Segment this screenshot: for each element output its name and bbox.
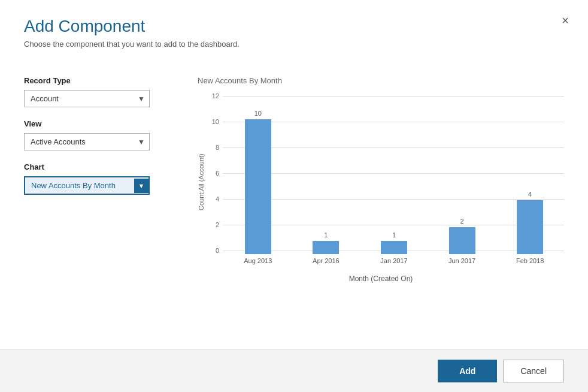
- bar-value-label: 4: [528, 191, 532, 198]
- view-label: View: [24, 119, 174, 128]
- view-field: View Active Accounts All Accounts My Acc…: [24, 119, 174, 150]
- chart-area: Count:All (Account) 12 10 8 6 4 2 0: [198, 92, 564, 272]
- y-tick-label: 12: [207, 92, 219, 99]
- x-label-group: Jun 2017: [428, 254, 496, 272]
- y-tick-label: 0: [207, 247, 219, 254]
- bars-area: 101124: [224, 92, 564, 254]
- view-select-wrapper[interactable]: Active Accounts All Accounts My Accounts…: [24, 133, 150, 150]
- y-axis-label: Count:All (Account): [198, 92, 205, 272]
- y-tick-label: 6: [207, 170, 219, 177]
- x-label: Jan 2017: [380, 257, 407, 265]
- x-axis-labels: Aug 2013Apr 2016Jan 2017Jun 2017Feb 2018: [224, 254, 564, 272]
- chart-field: Chart New Accounts By Month ▼: [24, 162, 174, 195]
- chart-chevron-icon: ▼: [134, 179, 148, 193]
- dialog-title: Add Component: [24, 17, 564, 36]
- chart-inner: 12 10 8 6 4 2 0 101124 Aug 2013Apr 201: [207, 92, 564, 272]
- view-select[interactable]: Active Accounts All Accounts My Accounts: [24, 133, 150, 150]
- bar: [245, 119, 271, 254]
- record-type-select[interactable]: Account Contact Lead Opportunity: [24, 90, 150, 107]
- bar-group: 1: [292, 92, 360, 254]
- y-tick-label: 4: [207, 195, 219, 203]
- add-component-dialog: Add Component Choose the component that …: [0, 0, 588, 392]
- dialog-subtitle: Choose the component that you want to ad…: [24, 40, 564, 49]
- bar-value-label: 1: [324, 231, 328, 239]
- x-label-group: Jan 2017: [360, 254, 428, 272]
- cancel-button[interactable]: Cancel: [503, 360, 564, 382]
- left-panel: Record Type Account Contact Lead Opportu…: [24, 76, 174, 337]
- x-label: Jun 2017: [448, 257, 475, 265]
- y-tick-label: 8: [207, 144, 219, 151]
- chart-title: New Accounts By Month: [198, 76, 564, 85]
- bar: [313, 241, 339, 255]
- y-tick-label: 2: [207, 221, 219, 228]
- dialog-header: Add Component Choose the component that …: [0, 0, 588, 58]
- chart-select-button[interactable]: New Accounts By Month ▼: [24, 176, 150, 195]
- record-type-select-wrapper[interactable]: Account Contact Lead Opportunity ▼: [24, 90, 150, 107]
- chart-label: Chart: [24, 162, 174, 171]
- x-label-group: Apr 2016: [292, 254, 360, 272]
- bar-group: 10: [224, 92, 292, 254]
- x-label-group: Aug 2013: [224, 254, 292, 272]
- x-axis-title: Month (Created On): [198, 275, 564, 283]
- bar-group: 4: [496, 92, 564, 254]
- dialog-body: Record Type Account Contact Lead Opportu…: [0, 58, 588, 349]
- record-type-field: Record Type Account Contact Lead Opportu…: [24, 76, 174, 107]
- x-label: Apr 2016: [313, 257, 340, 265]
- bar-value-label: 10: [254, 110, 262, 117]
- dialog-footer: Add Cancel: [0, 349, 588, 392]
- bar-group: 2: [428, 92, 496, 254]
- chart-select-wrapper[interactable]: New Accounts By Month ▼: [24, 176, 150, 195]
- bar: [381, 241, 407, 255]
- x-label: Feb 2018: [516, 257, 544, 265]
- add-button[interactable]: Add: [438, 360, 497, 382]
- x-label: Aug 2013: [244, 257, 272, 265]
- bar: [449, 227, 475, 254]
- close-button[interactable]: ×: [557, 12, 574, 29]
- y-tick-label: 10: [207, 118, 219, 125]
- bar-value-label: 2: [460, 218, 464, 225]
- x-label-group: Feb 2018: [496, 254, 564, 272]
- bar-group: 1: [360, 92, 428, 254]
- right-panel: New Accounts By Month Count:All (Account…: [198, 76, 564, 337]
- record-type-label: Record Type: [24, 76, 174, 85]
- chart-select-value: New Accounts By Month: [31, 181, 116, 190]
- bar: [517, 200, 543, 254]
- bar-value-label: 1: [392, 231, 396, 239]
